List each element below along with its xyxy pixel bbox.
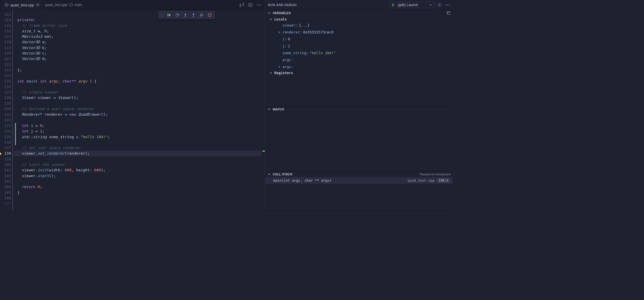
line-number[interactable]: 118 xyxy=(0,39,11,45)
line-number[interactable]: 133 xyxy=(0,123,11,128)
line-number[interactable]: 114 xyxy=(0,17,11,22)
variable-row[interactable]: some_string: "hello 184!" xyxy=(266,50,453,57)
code-line[interactable]: Vector3D b; xyxy=(17,45,261,50)
code-line[interactable]: // set user space renderer xyxy=(17,145,261,151)
variable-row[interactable]: argc: xyxy=(266,57,453,63)
code-line[interactable]: viewer.init(width: 600, height: 600); xyxy=(17,167,261,173)
line-number[interactable]: 140 xyxy=(0,162,11,167)
line-number[interactable]: 122 xyxy=(0,62,11,67)
drag-handle-icon[interactable] xyxy=(161,13,164,17)
line-number[interactable]: 126 xyxy=(0,84,11,89)
line-number[interactable]: 131 xyxy=(0,112,11,117)
editor-tab-active[interactable]: quad_test.cpp M xyxy=(2,0,42,10)
line-number[interactable]: 135 xyxy=(0,134,11,140)
code-line[interactable]: }; xyxy=(17,67,261,73)
line-number[interactable]: 115 xyxy=(0,23,11,28)
line-number[interactable]: 137 xyxy=(0,145,11,151)
variable-row[interactable]: viewer: {...} xyxy=(266,22,453,29)
line-number[interactable]: 142 xyxy=(0,173,11,179)
code-line[interactable]: Vector3D d; xyxy=(17,56,261,61)
line-number-gutter[interactable]: 1131141151161171181191201211221231241251… xyxy=(0,10,14,211)
variable-row[interactable]: argv: xyxy=(266,63,453,70)
run-file-icon[interactable] xyxy=(248,3,253,7)
line-number[interactable]: 147 xyxy=(0,201,11,206)
line-number[interactable]: 130 xyxy=(0,106,11,112)
code-area[interactable]: private: // frame buffer size size_t w, … xyxy=(14,10,261,211)
code-line[interactable]: int j = 1; xyxy=(17,128,261,134)
callstack-frame[interactable]: main(int argc, char ** argv)quad_test.cp… xyxy=(265,177,453,184)
line-number[interactable]: 129 xyxy=(0,101,11,106)
line-number[interactable]: 144 xyxy=(0,184,11,190)
chevron-right-icon[interactable] xyxy=(278,65,281,68)
line-number[interactable]: 128 xyxy=(0,95,11,100)
overview-ruler[interactable] xyxy=(261,10,265,211)
line-number[interactable]: 141 xyxy=(0,167,11,173)
locals-scope[interactable]: Locals xyxy=(266,17,453,22)
debug-toolbar[interactable] xyxy=(158,11,215,19)
variable-row[interactable]: renderer: 0x55555573cec0 xyxy=(266,29,453,36)
code-line[interactable] xyxy=(17,140,261,145)
line-number[interactable]: 127 xyxy=(0,89,11,95)
code-line[interactable]: // create viewer xyxy=(17,89,261,95)
start-debug-icon[interactable] xyxy=(391,3,395,7)
code-line[interactable] xyxy=(17,84,261,89)
callstack-header[interactable]: CALL STACK Paused on breakpoint xyxy=(265,171,453,177)
more-actions-icon[interactable] xyxy=(257,3,261,7)
continue-button[interactable] xyxy=(167,12,172,18)
line-number[interactable]: 146 xyxy=(0,195,11,201)
restart-button[interactable] xyxy=(199,12,204,18)
stop-button[interactable] xyxy=(207,12,212,18)
code-line[interactable] xyxy=(17,62,261,67)
line-number[interactable]: 124 xyxy=(0,73,11,78)
chevron-right-icon[interactable] xyxy=(278,31,281,34)
code-line[interactable]: Vector3D c; xyxy=(17,50,261,56)
code-line[interactable] xyxy=(17,201,261,206)
code-line[interactable] xyxy=(17,179,261,184)
collapse-all-icon[interactable] xyxy=(446,11,451,15)
line-number[interactable]: 134 xyxy=(0,128,11,134)
code-line[interactable] xyxy=(17,117,261,123)
variable-row[interactable]: i: 0 xyxy=(266,36,453,43)
line-number[interactable]: 116 xyxy=(0,28,11,34)
line-number[interactable]: 145 xyxy=(0,190,11,195)
line-number[interactable]: 125 xyxy=(0,78,11,84)
line-number[interactable]: 120 xyxy=(0,50,11,56)
step-over-button[interactable] xyxy=(175,12,180,18)
variables-header[interactable]: VARIABLES xyxy=(265,10,453,16)
line-number[interactable]: 113 xyxy=(0,12,11,17)
code-line[interactable]: Renderer* renderer = new QuadDrawer(); xyxy=(17,112,261,117)
breakpoint-arrow-icon[interactable] xyxy=(0,152,1,155)
step-into-button[interactable] xyxy=(183,12,188,18)
registers-scope[interactable]: Registers xyxy=(266,70,453,76)
code-line[interactable] xyxy=(17,156,261,162)
line-number[interactable]: 117 xyxy=(0,34,11,39)
line-number[interactable]: 143 xyxy=(0,179,11,184)
code-line[interactable]: int i = 0; xyxy=(17,123,261,128)
variable-row[interactable]: j: 1 xyxy=(266,43,453,50)
breadcrumb[interactable]: quad_test.cpp/ main xyxy=(45,3,82,7)
settings-gear-icon[interactable] xyxy=(437,3,442,7)
code-line[interactable]: Vector3D a; xyxy=(17,39,261,45)
code-line[interactable]: Viewer viewer = Viewer(); xyxy=(17,95,261,100)
code-line[interactable]: std::string some_string = "hello 184!"; xyxy=(17,134,261,140)
compare-changes-icon[interactable] xyxy=(239,3,244,7)
code-line[interactable] xyxy=(17,12,261,17)
code-line[interactable]: viewer.set_renderer(renderer); xyxy=(14,151,261,156)
code-line[interactable] xyxy=(17,73,261,78)
code-line[interactable]: // start the viewer xyxy=(17,162,261,167)
launch-config-select[interactable]: (gdb) Launch xyxy=(389,2,434,8)
code-line[interactable]: private: xyxy=(17,17,261,22)
code-line[interactable]: int main( int argc, char** argv ) { xyxy=(17,78,261,84)
line-number[interactable]: 121 xyxy=(0,56,11,61)
code-line[interactable]: // defined a user space renderer xyxy=(17,106,261,112)
code-line[interactable] xyxy=(17,101,261,106)
code-line[interactable] xyxy=(17,195,261,201)
line-number[interactable]: 132 xyxy=(0,117,11,123)
line-number[interactable]: 123 xyxy=(0,67,11,73)
code-line[interactable]: return 0; xyxy=(17,184,261,190)
step-out-button[interactable] xyxy=(191,12,196,18)
line-number[interactable]: 139 xyxy=(0,156,11,162)
line-number[interactable]: 138 xyxy=(0,151,11,156)
more-icon[interactable] xyxy=(445,3,450,7)
code-line[interactable]: // frame buffer size xyxy=(17,23,261,28)
